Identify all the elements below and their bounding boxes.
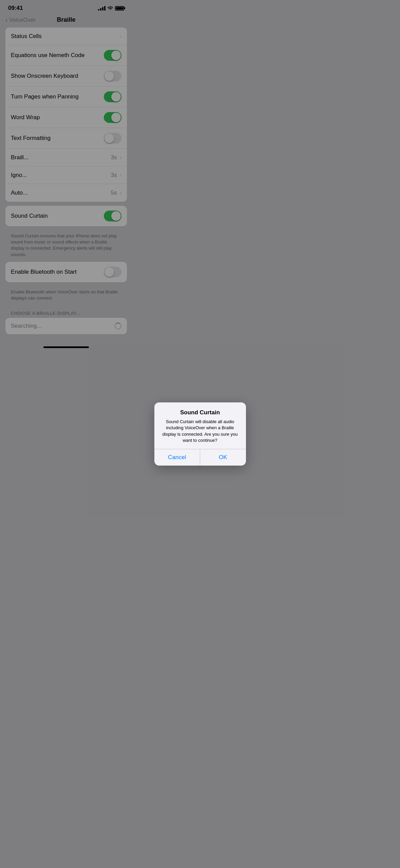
modal-overlay: Sound Curtain Sound Curtain will disable… [0, 0, 132, 351]
